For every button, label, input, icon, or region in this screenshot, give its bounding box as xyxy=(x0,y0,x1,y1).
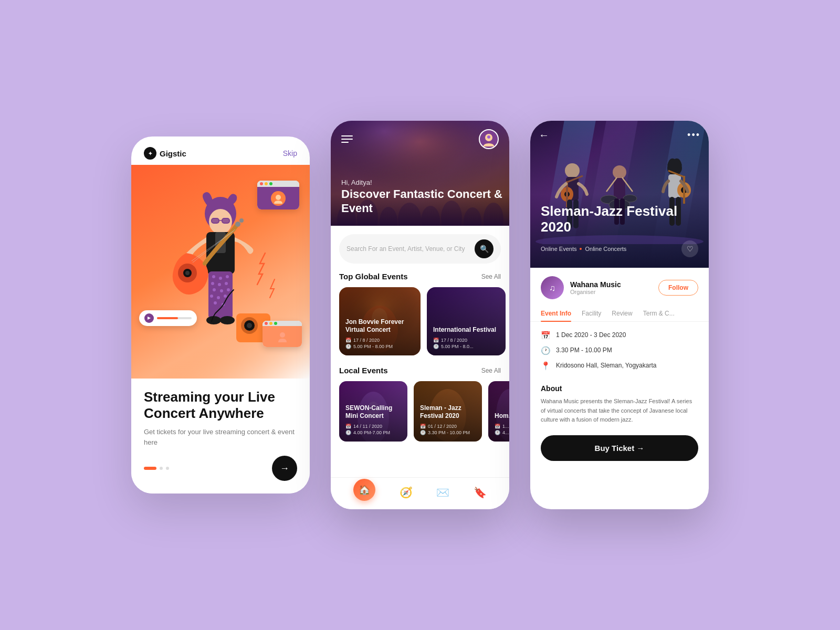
phone1-bottom: Streaming your Live Concert Anywhere Get… xyxy=(131,379,310,494)
search-input[interactable]: Search For an Event, Artist, Venue, or C… xyxy=(346,245,469,253)
event-tag-2: Online Concerts xyxy=(585,246,626,252)
phone1-subtitle: Get tickets for your live streaming conc… xyxy=(144,427,297,447)
svg-point-12 xyxy=(226,275,229,278)
svg-rect-5 xyxy=(212,218,219,223)
play-progress-fill xyxy=(157,317,178,319)
search-button[interactable]: 🔍 xyxy=(475,239,494,258)
top-events-title: Top Global Events xyxy=(339,272,408,281)
see-all-top-events[interactable]: See All xyxy=(481,273,501,280)
event-tabs: Event Info Facility Review Term & C... xyxy=(530,306,709,322)
nav-home-button[interactable]: 🏠 xyxy=(353,479,375,501)
logo-text: Gigstic xyxy=(160,149,186,158)
next-button[interactable]: → xyxy=(272,456,297,481)
top-event-1-title: Jon Bovvie Forever Virtual Concert xyxy=(345,318,414,334)
play-button[interactable]: ▶ xyxy=(144,313,154,323)
local-event-3-content: Hom... 📅1... 🕐4... xyxy=(488,381,509,442)
svg-point-18 xyxy=(227,288,230,291)
local-event-2-content: Sleman - Jazz Festival 2020 📅01 / 12 / 2… xyxy=(414,381,482,442)
top-event-2-content: International Festival 📅17 / 8 / 2020 🕐5… xyxy=(427,287,506,355)
organizer-logo: ♫ xyxy=(541,276,564,299)
svg-point-28 xyxy=(185,271,190,275)
dot-active xyxy=(144,467,156,470)
see-all-local-events[interactable]: See All xyxy=(481,367,501,374)
top-event-1-content: Jon Bovvie Forever Virtual Concert 📅17 /… xyxy=(339,287,421,355)
more-button[interactable]: ••• xyxy=(687,130,700,141)
phone3-top-bar: ← ••• xyxy=(539,129,700,141)
svg-point-13 xyxy=(211,282,214,285)
local-event-card-3[interactable]: Hom... 📅1... 🕐4... xyxy=(488,381,509,442)
user-avatar[interactable] xyxy=(479,129,499,149)
nav-bookmark-button[interactable]: 🔖 xyxy=(474,486,487,499)
svg-point-38 xyxy=(280,332,285,338)
svg-point-21 xyxy=(224,295,227,298)
nav-compass-button[interactable]: 🧭 xyxy=(400,486,413,499)
about-title: About xyxy=(541,384,698,393)
local-events-row: SEWON-Calling Mini Concert 📅14 / 11 / 20… xyxy=(331,381,509,442)
event-time: 3.30 PM - 10.00 PM xyxy=(556,345,612,355)
tab-term[interactable]: Term & C... xyxy=(643,306,675,321)
back-button[interactable]: ← xyxy=(539,129,549,141)
phone2-nav: 🏠 🧭 ✉️ 🔖 xyxy=(331,477,509,509)
svg-point-61 xyxy=(565,163,580,178)
top-event-2-title: International Festival xyxy=(433,326,499,334)
phone2-body: Search For an Event, Artist, Venue, or C… xyxy=(331,226,509,477)
tab-event-info[interactable]: Event Info xyxy=(541,306,571,321)
app-logo: ✦ Gigstic xyxy=(144,147,186,160)
screen-decoration-1 xyxy=(257,181,299,209)
svg-point-10 xyxy=(212,275,215,278)
greeting-hi: Hi, Aditya! xyxy=(341,178,509,186)
svg-point-14 xyxy=(218,283,221,286)
play-bar[interactable]: ▶ xyxy=(139,310,197,326)
event-details: 📅 1 Dec 2020 - 3 Dec 2020 🕐 3.30 PM - 10… xyxy=(530,330,709,371)
discover-title: Discover Fantastic Concert & Event xyxy=(341,187,509,215)
top-event-card-1[interactable]: Jon Bovvie Forever Virtual Concert 📅17 /… xyxy=(339,287,421,355)
skip-button[interactable]: Skip xyxy=(283,149,297,158)
svg-point-15 xyxy=(225,282,228,285)
svg-point-17 xyxy=(220,289,223,292)
local-events-title: Local Events xyxy=(339,366,388,375)
event-time-row: 🕐 3.30 PM - 10.00 PM xyxy=(541,345,698,355)
buy-ticket-button[interactable]: Buy Ticket → xyxy=(541,435,698,461)
svg-point-53 xyxy=(487,135,490,139)
svg-point-20 xyxy=(217,296,220,299)
organizer-row: ♫ Wahana Music Organiser Follow xyxy=(530,268,709,306)
local-events-section-header: Local Events See All xyxy=(331,366,509,375)
event-location-row: 📍 Kridosono Hall, Sleman, Yogyakarta xyxy=(541,361,698,371)
event-date-row: 📅 1 Dec 2020 - 3 Dec 2020 xyxy=(541,330,698,340)
svg-point-37 xyxy=(276,195,281,200)
dot-inactive-1 xyxy=(160,467,163,470)
svg-point-16 xyxy=(213,288,216,291)
nav-mail-button[interactable]: ✉️ xyxy=(436,486,449,499)
svg-point-22 xyxy=(214,301,217,304)
favorite-button[interactable]: ♡ xyxy=(681,240,698,257)
illustration-area: ▶ xyxy=(131,165,310,379)
phone2-top-bar xyxy=(341,129,499,149)
local-event-3-title: Hom... xyxy=(495,412,509,421)
phone2-hero: Hi, Aditya! Discover Fantastic Concert &… xyxy=(331,121,509,226)
deco-avatar xyxy=(271,191,286,206)
svg-point-69 xyxy=(613,165,626,179)
svg-point-11 xyxy=(219,277,222,280)
menu-button[interactable] xyxy=(341,135,353,143)
phone1-title: Streaming your Live Concert Anywhere xyxy=(144,389,297,422)
local-event-card-1[interactable]: SEWON-Calling Mini Concert 📅14 / 11 / 20… xyxy=(339,381,407,442)
local-event-1-title: SEWON-Calling Mini Concert xyxy=(345,404,401,421)
location-icon: 📍 xyxy=(541,361,551,371)
dot-inactive-2 xyxy=(166,467,169,470)
event-tags: Online Events Online Concerts ♡ xyxy=(541,240,698,257)
tab-facility[interactable]: Facility xyxy=(582,306,601,321)
top-event-card-2[interactable]: International Festival 📅17 / 8 / 2020 🕐5… xyxy=(427,287,506,355)
phone1-onboarding: ✦ Gigstic Skip xyxy=(131,136,310,494)
tab-review[interactable]: Review xyxy=(612,306,632,321)
phone1-dots-nav: → xyxy=(144,456,297,481)
event-date: 1 Dec 2020 - 3 Dec 2020 xyxy=(556,330,626,340)
local-event-card-2[interactable]: Sleman - Jazz Festival 2020 📅01 / 12 / 2… xyxy=(414,381,482,442)
organizer-name: Wahana Music xyxy=(570,280,652,289)
svg-point-19 xyxy=(210,295,213,298)
follow-button[interactable]: Follow xyxy=(658,280,698,296)
clock-icon: 🕐 xyxy=(541,346,551,355)
local-event-2-title: Sleman - Jazz Festival 2020 xyxy=(420,404,476,421)
event-location: Kridosono Hall, Sleman, Yogyakarta xyxy=(556,361,656,370)
search-bar[interactable]: Search For an Event, Artist, Venue, or C… xyxy=(339,234,501,264)
svg-point-24 xyxy=(206,316,221,324)
